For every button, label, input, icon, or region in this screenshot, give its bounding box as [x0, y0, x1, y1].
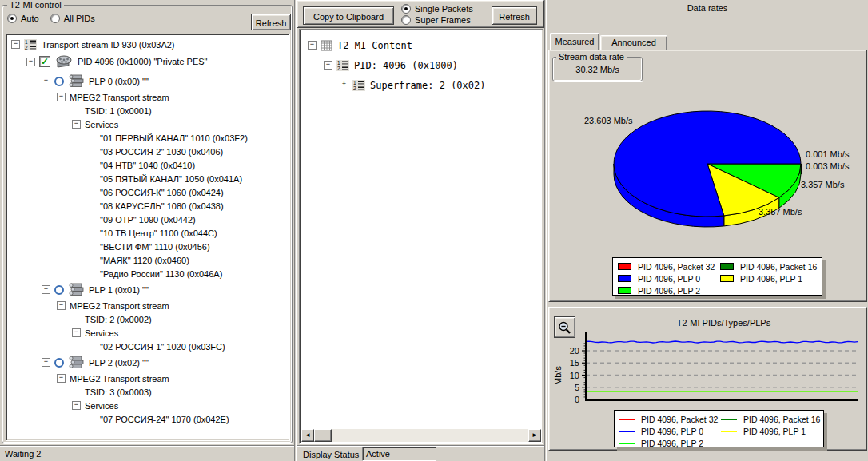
scroll-right-arrow[interactable]: ► [528, 429, 541, 442]
tree-row[interactable]: −T2-MI Content [303, 35, 543, 55]
tree-row[interactable]: −✓PID 4096 (0x1000) "Private PES" [8, 51, 289, 72]
tab-measured[interactable]: Measured [550, 33, 599, 50]
y-tick-label: 20 [570, 346, 579, 356]
tree-item-label: "09 ОТР" 1090 (0x0442) [100, 215, 196, 225]
plp-radio-circle[interactable] [54, 77, 64, 86]
scrollbar-thumb[interactable] [314, 429, 332, 442]
expand-minus-box[interactable]: − [11, 40, 20, 49]
tree-row[interactable]: TSID: 3 (0x0003) [8, 385, 289, 399]
legend-row: PID 4096, PLP 0PID 4096, PLP 1 [613, 272, 822, 284]
tree-row[interactable]: −Services [8, 326, 289, 340]
y-tick-label: 0 [575, 395, 579, 404]
expand-minus-box[interactable]: − [42, 358, 50, 367]
tree-row[interactable]: "04 НТВ" 1040 (0x0410) [8, 158, 289, 172]
legend-color-swatch [618, 287, 631, 294]
tree-row[interactable]: TSID: 2 (0x0002) [8, 312, 289, 326]
svg-text:1: 1 [353, 80, 356, 85]
tab-announced[interactable]: Announced [600, 35, 667, 50]
expand-minus-box[interactable]: − [26, 58, 35, 66]
tree-row[interactable]: −Services [8, 399, 289, 412]
status-text: Waiting 2 [5, 449, 41, 459]
legend-row: PID 4096, Packet 32PID 4096, Packet 16 [615, 413, 823, 425]
panel-title: Data rates [547, 3, 868, 13]
tree-row[interactable]: −PLP 2 (0x02) "" [8, 353, 289, 372]
tree-row[interactable]: "Радио России" 1130 (0x046A) [8, 267, 289, 280]
tree-item-label: "04 НТВ" 1040 (0x0410) [100, 161, 195, 170]
tree-row[interactable]: −MPEG2 Transport stream [8, 299, 289, 312]
pid-checkbox[interactable]: ✓ [39, 56, 50, 67]
expand-minus-box[interactable]: − [72, 120, 81, 129]
legend-line-swatch [619, 419, 635, 420]
middle-status-bar: Display Status Active [297, 445, 544, 461]
plp-pipes-icon [68, 283, 84, 296]
radio-button[interactable] [401, 15, 411, 25]
legend-label: PID 4096, PLP 0 [638, 274, 700, 284]
tree-row[interactable]: "10 ТВ Центр" 1100 (0x044C) [8, 226, 289, 240]
packet-mode-radio-1[interactable]: Super Frames [401, 15, 473, 25]
series-line-PID 4096, PLP 0 [586, 341, 858, 343]
copy-to-clipboard-button[interactable]: Copy to Clipboard [303, 6, 394, 25]
tree-item-label: PID: 4096 (0x1000) [354, 60, 458, 71]
radio-button[interactable] [401, 4, 411, 14]
legend-row: PID 4096, PLP 0PID 4096, PLP 1 [615, 425, 823, 437]
pid-mode-radio-1[interactable]: All PIDs [50, 14, 95, 23]
display-status-value: Active [366, 449, 390, 459]
packet-mode-radio-0[interactable]: Single Packets [401, 4, 473, 14]
tree-row[interactable]: "08 КАРУСЕЛЬ" 1080 (0x0438) [8, 199, 289, 213]
radio-button[interactable] [50, 14, 60, 23]
plp-radio-circle[interactable] [54, 358, 64, 368]
tree-row[interactable]: −MPEG2 Transport stream [8, 90, 289, 104]
tree-row[interactable]: "07 РОССИЯ-24" 1070 (0x042E) [8, 412, 289, 426]
tree-item-label: Services [85, 401, 118, 411]
tree-item-label: Services [85, 120, 118, 129]
pid-mode-radio-0[interactable]: Auto [7, 14, 39, 23]
tree-row[interactable]: "06 РОССИЯ-К" 1060 (0x0424) [8, 185, 289, 199]
tree-row[interactable]: "05 ПЯТЫЙ КАНАЛ" 1050 (0x041A) [8, 172, 289, 185]
tree-row[interactable]: "ВЕСТИ ФМ" 1110 (0x0456) [8, 240, 289, 253]
svg-text:1: 1 [337, 60, 340, 66]
tree-item-label: PLP 1 (0x01) "" [89, 285, 149, 295]
tree-row[interactable]: "09 ОТР" 1090 (0x0442) [8, 213, 289, 226]
tree-row[interactable]: −12Transport stream ID 930 (0x03A2) [8, 38, 289, 51]
numlist-icon: 12 [336, 60, 349, 71]
expand-minus-box[interactable]: − [72, 328, 81, 337]
radio-button[interactable] [7, 14, 17, 23]
scroll-left-arrow[interactable]: ◄ [301, 429, 314, 442]
t2mi-content-tree[interactable]: −T2-MI Content−12PID: 4096 (0x1000)+12Su… [299, 29, 543, 444]
tree-item-label: "Радио России" 1130 (0x046A) [100, 269, 222, 279]
legend-label: PID 4096, PLP 1 [743, 427, 806, 436]
tree-row[interactable]: −MPEG2 Transport stream [8, 372, 289, 385]
numlist-icon: 12 [24, 39, 37, 50]
transport-stream-tree[interactable]: −12Transport stream ID 930 (0x03A2)−✓PID… [6, 34, 290, 441]
y-axis [585, 332, 587, 401]
svg-text:2: 2 [353, 85, 356, 91]
tree-row[interactable]: +12Superframe: 2 (0x02) [303, 75, 543, 95]
tree-row[interactable]: −Services [8, 117, 289, 131]
expand-minus-box[interactable]: − [324, 61, 332, 70]
expand-minus-box[interactable]: − [308, 41, 317, 50]
tree-row[interactable]: "03 РОССИЯ-2" 1030 (0x0406) [8, 145, 289, 158]
expand-minus-box[interactable]: − [42, 285, 50, 294]
horizontal-scrollbar[interactable]: ◄ ► [301, 429, 541, 442]
tree-row[interactable]: "02 РОССИЯ-1" 1020 (0x03FC) [8, 340, 289, 353]
expand-minus-box[interactable]: − [42, 77, 50, 85]
tree-row[interactable]: "01 ПЕРВЫЙ КАНАЛ" 1010 (0x03F2) [8, 131, 289, 145]
pie-value-label: 3.357 Mb/s [801, 180, 844, 189]
expand-minus-box[interactable]: − [57, 301, 66, 310]
legend-line-swatch [619, 431, 635, 432]
expand-plus-box[interactable]: + [340, 81, 348, 89]
tree-row[interactable]: −PLP 0 (0x00) "" [8, 72, 289, 90]
plp-pipes-icon [68, 74, 84, 88]
refresh-button[interactable]: Refresh [251, 14, 291, 30]
plp-radio-circle[interactable] [54, 285, 64, 295]
content-refresh-button[interactable]: Refresh [492, 6, 537, 25]
expand-minus-box[interactable]: − [57, 93, 66, 101]
stream-data-rate-value: 30.32 Mb/s [553, 65, 642, 74]
tree-row[interactable]: −PLP 1 (0x01) "" [8, 280, 289, 299]
expand-minus-box[interactable]: − [57, 374, 66, 383]
expand-minus-box[interactable]: − [72, 401, 81, 410]
tree-row[interactable]: "МАЯК" 1120 (0x0460) [8, 253, 289, 267]
tree-row[interactable]: −12PID: 4096 (0x1000) [303, 55, 543, 75]
tree-row[interactable]: TSID: 1 (0x0001) [8, 104, 289, 117]
tree-item-label: "10 ТВ Центр" 1100 (0x044C) [100, 229, 217, 238]
